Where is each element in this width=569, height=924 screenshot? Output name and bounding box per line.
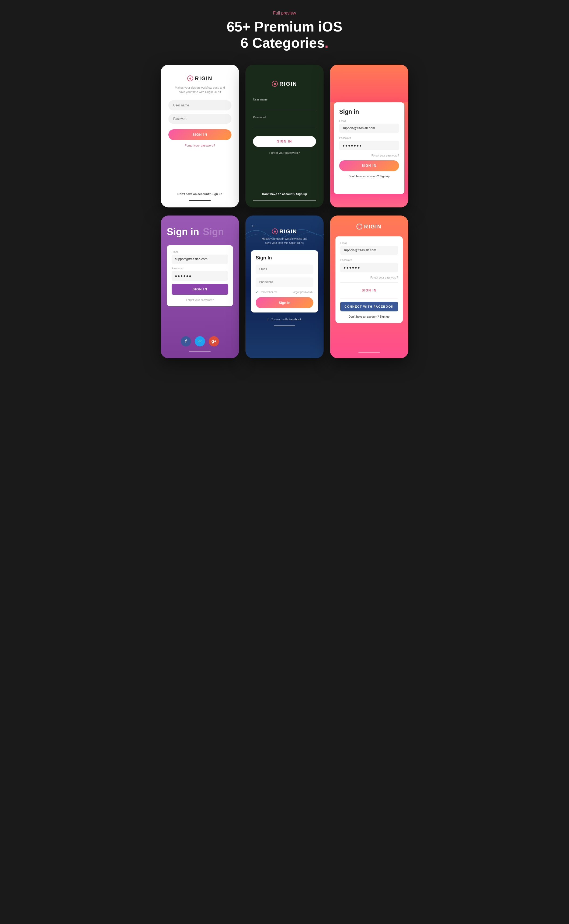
- screen-purple-signin: Sign in Sign Email Password ●●●●●● SIGN …: [161, 216, 239, 358]
- email-input[interactable]: [172, 255, 228, 264]
- email-label: Email: [340, 242, 398, 245]
- origin-logo-icon: [272, 81, 278, 87]
- screen-top-gradient: [330, 65, 408, 102]
- forgot-password-link[interactable]: Forgot your password?: [253, 151, 316, 154]
- no-account-label: Don't have an account?: [177, 192, 211, 196]
- origin-logo-text: RIGIN: [195, 75, 213, 82]
- forgot-password-link[interactable]: Forgot your password?: [185, 144, 215, 147]
- home-indicator: [189, 351, 211, 352]
- social-icons-row: f 🐦 g+: [167, 331, 233, 346]
- origin-logo-icon: [272, 228, 278, 234]
- forgot-password-link[interactable]: Forgot your password?: [172, 298, 228, 301]
- no-account-text: Don't have an account? Sign up: [339, 175, 399, 178]
- divider: [340, 282, 398, 283]
- home-indicator: [358, 198, 380, 199]
- screen-white-origin: RIGIN Makes your design workflow easy an…: [161, 65, 239, 207]
- facebook-icon[interactable]: f: [181, 336, 191, 346]
- password-label: Password: [253, 116, 316, 119]
- no-account-text: Don't have an account? Sign up: [177, 192, 222, 196]
- forgot-password-link[interactable]: Forgot your password?: [340, 276, 398, 279]
- email-field-group: [256, 264, 313, 274]
- email-label: Email: [172, 251, 228, 254]
- title-area: Sign in Sign: [167, 226, 233, 238]
- connect-facebook-button[interactable]: CONNECT WITH FACEBOOK: [340, 302, 398, 312]
- header-dot: .: [325, 35, 329, 51]
- signin-button[interactable]: Sign In: [256, 297, 313, 308]
- password-display[interactable]: ●●●●●●: [340, 263, 398, 272]
- screen-coral-signin: Sign in Email Password ●●●●●●● Forgot yo…: [330, 65, 408, 207]
- email-input[interactable]: [340, 246, 398, 255]
- card-title: Sign in: [339, 108, 399, 115]
- password-label: Password: [340, 258, 398, 261]
- no-account-text: Don't have an account? Sign up: [253, 192, 316, 196]
- signin-button[interactable]: SIGN IN: [168, 129, 231, 140]
- signin-button[interactable]: SIGN IN: [172, 284, 228, 295]
- screen-coral-origin-fb: RIGIN Email Password ●●●●●● Forgot your …: [330, 216, 408, 358]
- password-input[interactable]: ●●●●●●●: [339, 141, 399, 150]
- signup-link[interactable]: Sign up: [211, 192, 222, 196]
- password-field-group: Password ●●●●●●●: [339, 137, 399, 150]
- password-display[interactable]: ●●●●●●: [172, 271, 228, 281]
- connect-facebook-label[interactable]: Connect with Facebook: [271, 318, 301, 321]
- signin-button[interactable]: SIGN IN: [340, 286, 398, 295]
- remember-label: Remember me: [260, 291, 277, 293]
- logo-area: RIGIN: [253, 81, 316, 87]
- forgot-password-link[interactable]: Forgot your password?: [339, 154, 399, 157]
- signin-button[interactable]: SIGN IN: [339, 160, 399, 171]
- email-input[interactable]: [339, 124, 399, 133]
- signin-card: Sign in Email Password ●●●●●●● Forgot yo…: [334, 102, 405, 194]
- password-input[interactable]: [253, 120, 316, 128]
- facebook-icon: f: [268, 317, 269, 321]
- screen-title-faded: Sign: [203, 226, 224, 238]
- logo-area: RIGIN: [356, 223, 382, 230]
- page-header: Full preview 65+ Premium iOS 6 Categorie…: [227, 11, 342, 51]
- header-subtitle: Full preview: [227, 11, 342, 16]
- home-indicator: [274, 325, 295, 326]
- origin-logo-text: RIGIN: [279, 228, 297, 235]
- connect-facebook-row: f Connect with Facebook: [268, 317, 302, 321]
- screen-title: Sign in: [167, 226, 199, 238]
- username-field: User name: [253, 98, 316, 110]
- signin-card: Email Password ●●●●●● SIGN IN Forgot you…: [167, 245, 233, 306]
- email-field-group: Email: [340, 242, 398, 255]
- origin-logo-icon: [356, 223, 362, 229]
- check-icon: ✓: [256, 290, 258, 294]
- password-field-group: [256, 278, 313, 287]
- header-title-line2: 6 Categories: [240, 35, 325, 51]
- password-label: Password: [172, 267, 228, 270]
- email-field-group: Email: [172, 251, 228, 264]
- googleplus-icon[interactable]: g+: [209, 336, 219, 346]
- logo-area: RIGIN: [272, 228, 297, 235]
- password-label: Password: [339, 137, 399, 140]
- username-input[interactable]: [168, 100, 231, 111]
- remember-row: ✓ Remember me Forgot password?: [256, 290, 313, 294]
- no-account-label: Don't have an account?: [262, 192, 295, 196]
- email-field-group: Email: [339, 120, 399, 133]
- card-title: Sign In: [256, 255, 313, 261]
- header-title: 65+ Premium iOS 6 Categories.: [227, 19, 342, 51]
- email-input[interactable]: [256, 264, 313, 274]
- origin-logo-icon: [187, 75, 193, 81]
- email-label: Email: [339, 120, 399, 123]
- password-input[interactable]: [168, 114, 231, 124]
- twitter-icon[interactable]: 🐦: [195, 336, 205, 346]
- forgot-password-link[interactable]: Forgot password?: [292, 291, 313, 293]
- tagline: Makes your design workflow easy and save…: [175, 85, 225, 94]
- back-button[interactable]: ←: [251, 223, 256, 229]
- username-input[interactable]: [253, 103, 316, 110]
- signin-card: Email Password ●●●●●● Forgot your passwo…: [335, 236, 403, 323]
- logo-area: RIGIN: [187, 75, 213, 82]
- password-input[interactable]: [256, 278, 313, 287]
- remember-me-group: ✓ Remember me: [256, 290, 277, 294]
- header-title-line1: 65+ Premium iOS: [227, 19, 342, 35]
- screen-bottom: [330, 194, 408, 207]
- signin-card: Sign In ✓ Remember me Forgot password? S…: [251, 250, 318, 313]
- tagline: Makes your design workflow easy and save…: [262, 237, 307, 245]
- screen-dark-origin: RIGIN User name Password SIGN IN Forgot …: [245, 65, 324, 207]
- origin-logo-text: RIGIN: [279, 81, 297, 87]
- origin-logo-text: RIGIN: [364, 223, 382, 230]
- signup-link[interactable]: Sign up: [296, 192, 307, 196]
- signin-button[interactable]: SIGN IN: [253, 136, 316, 147]
- screens-grid: RIGIN Makes your design workflow easy an…: [161, 65, 408, 358]
- username-label: User name: [253, 98, 316, 101]
